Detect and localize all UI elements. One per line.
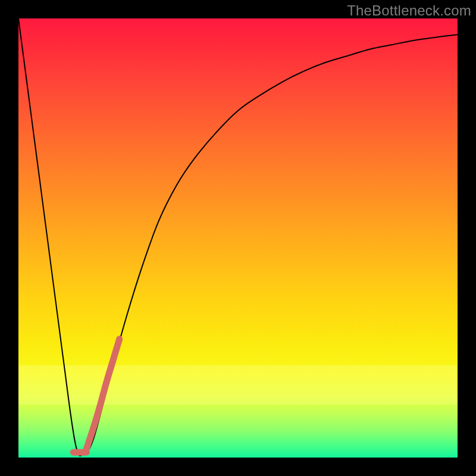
main-curve <box>18 18 458 456</box>
chart-frame: TheBottleneck.com <box>0 0 476 476</box>
curve-layer <box>18 18 458 458</box>
plot-area <box>18 18 458 458</box>
highlight-segment <box>86 339 119 449</box>
watermark-text: TheBottleneck.com <box>347 2 471 19</box>
